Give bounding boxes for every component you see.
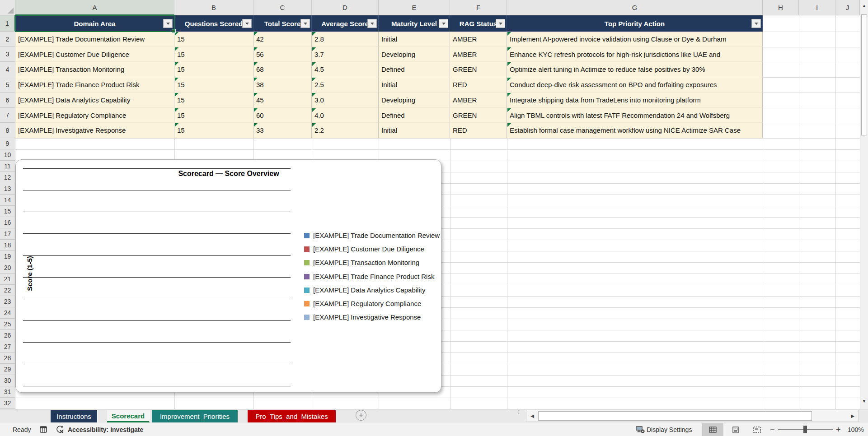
table-cell[interactable]: Developing — [379, 93, 450, 108]
table-cell[interactable]: Align TBML controls with latest FATF Rec… — [507, 108, 763, 123]
row-header-26[interactable]: 26 — [0, 330, 15, 341]
row-header-14[interactable]: 14 — [0, 195, 15, 206]
column-header-A[interactable]: A — [15, 0, 174, 15]
table-cell[interactable]: 15 — [174, 93, 253, 108]
horizontal-scrollbar-thumb[interactable] — [538, 411, 812, 421]
row-header-27[interactable]: 27 — [0, 341, 15, 353]
select-all-button[interactable] — [0, 0, 15, 15]
table-header-6[interactable]: Top Priority Action — [507, 15, 763, 32]
page-layout-view-button[interactable] — [725, 423, 746, 436]
column-header-E[interactable]: E — [379, 0, 450, 15]
legend-item[interactable]: [EXAMPLE] Transaction Monitoring — [304, 259, 419, 266]
filter-dropdown-button[interactable] — [439, 19, 448, 28]
table-cell[interactable]: 15 — [174, 32, 253, 47]
sheet-tab-instructions[interactable]: Instructions — [51, 410, 98, 422]
table-cell[interactable]: [EXAMPLE] Trade Finance Product Risk — [15, 77, 174, 93]
table-cell[interactable]: 15 — [174, 62, 253, 77]
table-cell[interactable]: 3.0 — [312, 93, 379, 108]
table-cell[interactable]: 68 — [253, 62, 312, 77]
row-header-3[interactable]: 3 — [0, 47, 15, 62]
table-cell[interactable]: Defined — [379, 62, 450, 77]
column-header-F[interactable]: F — [450, 0, 507, 15]
table-cell[interactable]: 3.7 — [312, 47, 379, 62]
table-cell[interactable]: Enhance KYC refresh protocols for high-r… — [507, 47, 763, 62]
table-cell[interactable]: Implement AI-powered invoice validation … — [507, 32, 763, 47]
scorecard-chart[interactable]: Scorecard — Score Overview Score (1-5) [… — [15, 159, 441, 393]
column-header-B[interactable]: B — [174, 0, 253, 15]
legend-item[interactable]: [EXAMPLE] Regulatory Compliance — [304, 300, 421, 307]
vertical-scrollbar[interactable]: ▲ ▼ — [860, 0, 868, 409]
table-cell[interactable]: AMBER — [450, 93, 507, 108]
table-cell[interactable]: 60 — [253, 108, 312, 123]
row-header-24[interactable]: 24 — [0, 307, 15, 319]
table-cell[interactable]: Developing — [379, 47, 450, 62]
legend-item[interactable]: [EXAMPLE] Trade Documentation Review — [304, 232, 440, 239]
row-header-6[interactable]: 6 — [0, 93, 15, 108]
row-header-30[interactable]: 30 — [0, 375, 15, 386]
table-cell[interactable]: GREEN — [450, 108, 507, 123]
table-header-0[interactable]: Domain Area — [15, 15, 174, 32]
row-header-5[interactable]: 5 — [0, 77, 15, 93]
row-header-25[interactable]: 25 — [0, 319, 15, 330]
row-header-20[interactable]: 20 — [0, 262, 15, 274]
row-header-28[interactable]: 28 — [0, 353, 15, 364]
row-header-17[interactable]: 17 — [0, 228, 15, 240]
normal-view-button[interactable] — [702, 423, 723, 436]
table-header-1[interactable]: Questions Scored — [174, 15, 253, 32]
sheet-tab-scorecard[interactable]: Scorecard — [107, 410, 150, 422]
row-header-32[interactable]: 32 — [0, 398, 15, 409]
row-header-11[interactable]: 11 — [0, 161, 15, 172]
table-header-4[interactable]: Maturity Level — [379, 15, 450, 32]
row-header-2[interactable]: 2 — [0, 32, 15, 47]
scroll-left-icon[interactable]: ◀ — [527, 411, 537, 421]
zoom-slider-handle[interactable] — [803, 426, 807, 433]
table-cell[interactable]: 2.5 — [312, 77, 379, 93]
filter-dropdown-button[interactable] — [300, 19, 310, 28]
table-cell[interactable]: AMBER — [450, 47, 507, 62]
column-header-C[interactable]: C — [253, 0, 312, 15]
scroll-down-icon[interactable]: ▼ — [860, 399, 868, 404]
table-cell[interactable]: 15 — [174, 123, 253, 138]
table-cell[interactable]: [EXAMPLE] Investigative Response — [15, 123, 174, 138]
horizontal-scrollbar[interactable]: ◀ ▶ — [526, 410, 859, 422]
table-cell[interactable]: [EXAMPLE] Customer Due Diligence — [15, 47, 174, 62]
column-header-H[interactable]: H — [763, 0, 799, 15]
table-cell[interactable]: Initial — [379, 77, 450, 93]
vertical-scrollbar-thumb[interactable] — [861, 14, 867, 135]
tab-scrollbar-divider[interactable]: ⁝ — [518, 411, 520, 414]
row-header-7[interactable]: 7 — [0, 108, 15, 123]
accessibility-status[interactable]: Accessibility: Investigate — [68, 423, 143, 436]
table-cell[interactable]: 15 — [174, 47, 253, 62]
table-cell[interactable]: Initial — [379, 123, 450, 138]
table-cell[interactable]: 56 — [253, 47, 312, 62]
column-header-D[interactable]: D — [312, 0, 379, 15]
row-header-22[interactable]: 22 — [0, 285, 15, 296]
table-cell[interactable]: 2.8 — [312, 32, 379, 47]
row-header-10[interactable]: 10 — [0, 149, 15, 161]
page-break-preview-button[interactable] — [746, 423, 768, 436]
table-cell[interactable]: 2.2 — [312, 123, 379, 138]
macro-record-icon[interactable] — [40, 423, 48, 436]
filter-dropdown-button[interactable] — [751, 19, 761, 28]
row-header-21[interactable]: 21 — [0, 274, 15, 285]
table-cell[interactable]: 15 — [174, 77, 253, 93]
table-cell[interactable]: 33 — [253, 123, 312, 138]
table-cell[interactable]: RED — [450, 123, 507, 138]
accessibility-icon[interactable] — [56, 423, 65, 436]
filter-dropdown-button[interactable] — [496, 19, 505, 28]
table-cell[interactable]: [EXAMPLE] Data Analytics Capability — [15, 93, 174, 108]
legend-item[interactable]: [EXAMPLE] Trade Finance Product Risk — [304, 273, 434, 280]
row-header-4[interactable]: 4 — [0, 62, 15, 77]
table-cell[interactable]: [EXAMPLE] Transaction Monitoring — [15, 62, 174, 77]
row-header-31[interactable]: 31 — [0, 386, 15, 398]
scroll-right-icon[interactable]: ▶ — [848, 411, 858, 421]
table-header-5[interactable]: RAG Status — [450, 15, 507, 32]
filter-dropdown-button[interactable] — [242, 19, 252, 28]
column-header-J[interactable]: J — [835, 0, 860, 15]
display-settings-icon[interactable] — [635, 423, 645, 436]
table-cell[interactable]: 15 — [174, 108, 253, 123]
row-header-13[interactable]: 13 — [0, 183, 15, 195]
filter-dropdown-button[interactable] — [163, 19, 173, 28]
row-header-29[interactable]: 29 — [0, 364, 15, 375]
row-header-19[interactable]: 19 — [0, 251, 15, 262]
